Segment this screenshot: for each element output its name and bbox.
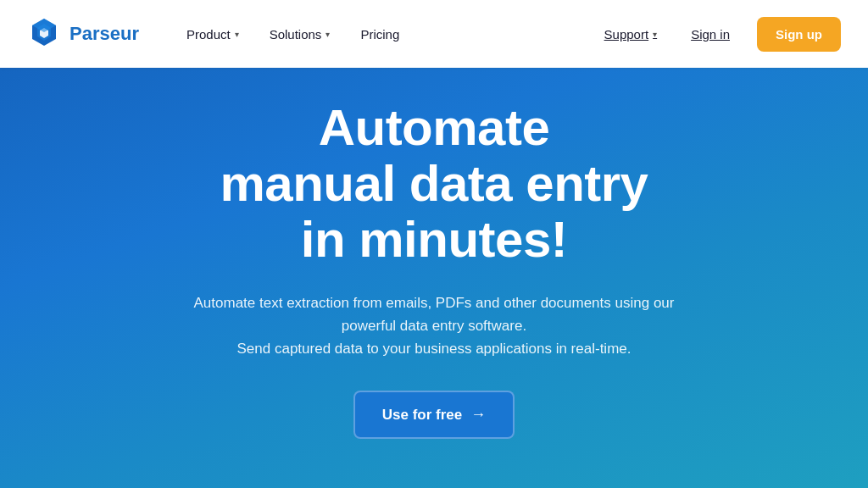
pricing-label: Pricing [360, 27, 399, 42]
product-chevron-icon: ▾ [235, 30, 239, 39]
nav-right: Support ▾ Sign in Sign up [591, 17, 841, 52]
hero-subtitle: Automate text extraction from emails, PD… [194, 291, 675, 361]
logo-icon [27, 17, 61, 51]
nav-product[interactable]: Product ▾ [173, 20, 253, 48]
navbar: Parseur Product ▾ Solutions ▾ Pricing Su… [0, 0, 868, 68]
logo-link[interactable]: Parseur [27, 17, 139, 51]
cta-label: Use for free [382, 407, 462, 424]
cta-button[interactable]: Use for free → [353, 391, 515, 439]
nav-pricing[interactable]: Pricing [347, 20, 413, 48]
hero-section: Automate manual data entry in minutes! A… [0, 68, 868, 488]
nav-support[interactable]: Support ▾ [591, 20, 671, 48]
brand-name: Parseur [70, 23, 139, 45]
product-label: Product [186, 27, 231, 42]
signup-button[interactable]: Sign up [757, 17, 841, 52]
solutions-chevron-icon: ▾ [326, 30, 330, 39]
solutions-label: Solutions [270, 27, 322, 42]
nav-solutions[interactable]: Solutions ▾ [256, 20, 344, 48]
support-chevron-icon: ▾ [653, 30, 657, 39]
signin-label: Sign in [691, 27, 730, 42]
nav-links: Product ▾ Solutions ▾ Pricing [173, 20, 591, 48]
signin-link[interactable]: Sign in [677, 20, 743, 48]
hero-title: Automate manual data entry in minutes! [220, 100, 648, 268]
arrow-icon: → [470, 406, 486, 424]
support-label: Support [604, 27, 649, 42]
